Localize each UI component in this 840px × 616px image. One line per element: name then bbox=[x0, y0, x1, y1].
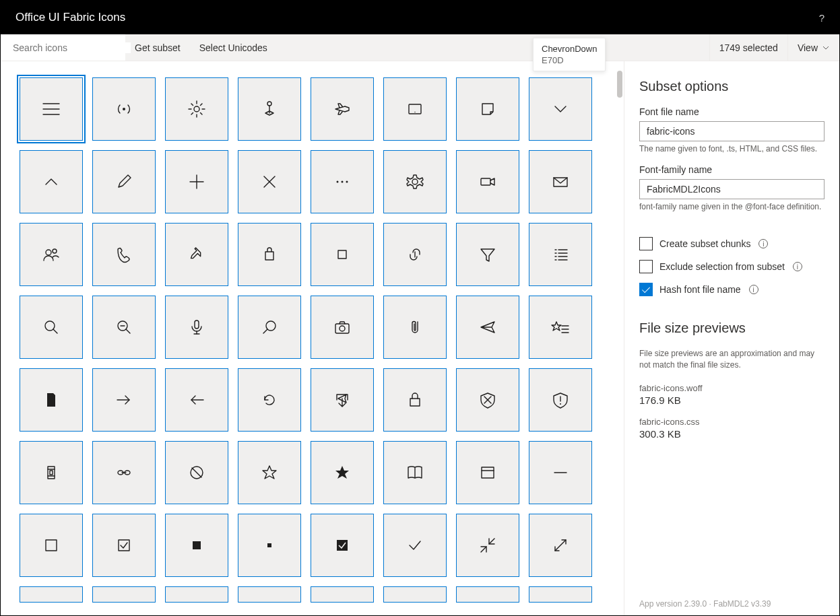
icon-tile-more[interactable] bbox=[311, 150, 374, 213]
checkbox-icon bbox=[40, 535, 62, 556]
icon-tile-stop[interactable] bbox=[311, 223, 374, 286]
checkbox-exclude[interactable]: Exclude selection from subset i bbox=[639, 260, 825, 273]
icon-tile-backtowindow[interactable] bbox=[456, 514, 519, 577]
icon-tile-pin[interactable] bbox=[165, 223, 228, 286]
icon-tile-microphone[interactable] bbox=[165, 296, 228, 359]
checkbox-hash[interactable]: Hash font file name i bbox=[639, 283, 825, 296]
icon-tile-checkbox[interactable] bbox=[20, 514, 83, 577]
icon-tile-blocked[interactable] bbox=[165, 441, 228, 504]
icon-tile-remove[interactable] bbox=[529, 441, 592, 504]
info-icon[interactable]: i bbox=[749, 285, 758, 294]
icon-tile-phone[interactable] bbox=[92, 223, 156, 286]
icon-tile-add[interactable] bbox=[165, 150, 228, 213]
icon-tile-link[interactable] bbox=[383, 223, 447, 286]
icon-tile-checkboxfill[interactable] bbox=[165, 514, 228, 577]
forward-icon bbox=[113, 389, 135, 411]
icon-tile-airplane[interactable] bbox=[311, 77, 374, 141]
preview-note: File size previews are an approximation … bbox=[639, 348, 825, 371]
icon-tile-lock[interactable] bbox=[383, 368, 447, 432]
icon-tile-share[interactable] bbox=[311, 368, 374, 432]
icon-tile-pagefill[interactable] bbox=[20, 368, 83, 432]
icon-tile-partial[interactable] bbox=[165, 586, 228, 603]
icon-tile-favicon[interactable] bbox=[456, 441, 519, 504]
icon-tile-checkmark[interactable] bbox=[383, 514, 447, 577]
icon-tile-brightness[interactable] bbox=[165, 77, 228, 141]
info-icon[interactable]: i bbox=[758, 239, 768, 248]
icon-tile-back[interactable] bbox=[165, 368, 228, 432]
favoritestar-icon bbox=[259, 462, 280, 483]
icon-tile-partial[interactable] bbox=[92, 586, 156, 603]
checkbox-chunks[interactable]: Create subset chunks i bbox=[639, 237, 825, 250]
select-unicodes-button[interactable]: Select Unicodes bbox=[190, 34, 277, 61]
icon-tile-chevrondown[interactable] bbox=[529, 77, 592, 141]
help-button[interactable]: ? bbox=[819, 12, 825, 24]
icon-tile-camera[interactable] bbox=[311, 296, 374, 359]
icon-tile-internetsharing[interactable] bbox=[92, 77, 156, 141]
icon-tile-partial[interactable] bbox=[529, 586, 592, 603]
file-name: fabric-icons.woff bbox=[639, 383, 825, 393]
selected-count: 1749 selected bbox=[709, 34, 787, 61]
icon-tile-chevronup[interactable] bbox=[20, 150, 83, 213]
icon-tile-partial[interactable] bbox=[20, 586, 83, 603]
icon-tile-refresh[interactable] bbox=[238, 368, 301, 432]
icon-tile-partial[interactable] bbox=[456, 586, 519, 603]
icon-grid-pane[interactable] bbox=[1, 61, 624, 615]
page-title: Office UI Fabric Icons bbox=[15, 11, 125, 24]
svg-rect-71 bbox=[482, 467, 494, 478]
icon-tile-favoritestarfill[interactable] bbox=[311, 441, 374, 504]
search-wrap[interactable] bbox=[1, 34, 125, 61]
icon-tile-globalnavbutton[interactable] bbox=[20, 77, 83, 141]
icon-tile-blockedsite[interactable] bbox=[456, 368, 519, 432]
svg-point-51 bbox=[340, 326, 345, 331]
icon-tile-shop[interactable] bbox=[238, 223, 301, 286]
svg-rect-76 bbox=[193, 541, 201, 549]
icon-tile-zoomout[interactable] bbox=[92, 296, 156, 359]
icon-tile-mappin[interactable] bbox=[238, 77, 301, 141]
search-input[interactable] bbox=[13, 42, 131, 53]
checkbox-icon bbox=[639, 283, 653, 296]
icon-tile-fullscreen[interactable] bbox=[529, 514, 592, 577]
icon-tile-people[interactable] bbox=[20, 223, 83, 286]
icon-tile-search[interactable] bbox=[238, 296, 301, 359]
svg-point-18 bbox=[414, 112, 415, 112]
icon-tile-zoom[interactable] bbox=[20, 296, 83, 359]
font-file-input[interactable] bbox=[639, 121, 825, 141]
scrollbar[interactable] bbox=[617, 71, 622, 98]
icon-tile-favoritelist[interactable] bbox=[529, 296, 592, 359]
font-family-hint: font-family name given in the @font-face… bbox=[639, 202, 825, 211]
icon-tile-checkboxcomposite[interactable] bbox=[92, 514, 156, 577]
icon-tile-settings[interactable] bbox=[383, 150, 447, 213]
icon-tile-emi[interactable] bbox=[20, 441, 83, 504]
icon-tile-forward[interactable] bbox=[92, 368, 156, 432]
icon-tile-partial[interactable] bbox=[383, 586, 447, 603]
icon-tile-filter[interactable] bbox=[456, 223, 519, 286]
get-subset-button[interactable]: Get subset bbox=[125, 34, 190, 61]
icon-tile-allapps[interactable] bbox=[529, 223, 592, 286]
icon-tile-minilink[interactable] bbox=[92, 441, 156, 504]
refresh-icon bbox=[259, 389, 280, 411]
icon-tile-tablet[interactable] bbox=[383, 77, 447, 141]
icon-tile-attach[interactable] bbox=[383, 296, 447, 359]
icon-tile-partial[interactable] bbox=[238, 586, 301, 603]
icon-tile-readingmode[interactable] bbox=[383, 441, 447, 504]
font-family-input[interactable] bbox=[639, 179, 825, 199]
view-button[interactable]: View bbox=[787, 34, 839, 61]
icon-tile-reporthacked[interactable] bbox=[529, 368, 592, 432]
settings-icon bbox=[404, 171, 426, 193]
icon-tile-video[interactable] bbox=[456, 150, 519, 213]
icon-tile-checkboxcompositereversed[interactable] bbox=[311, 514, 374, 577]
icon-tile-favoritestar[interactable] bbox=[238, 441, 301, 504]
svg-rect-57 bbox=[410, 399, 420, 406]
icon-tile-edit[interactable] bbox=[92, 150, 156, 213]
back-icon bbox=[186, 389, 207, 411]
icon-tile-send[interactable] bbox=[456, 296, 519, 359]
mappin-icon bbox=[259, 98, 280, 120]
icon-tile-partial[interactable] bbox=[311, 586, 374, 603]
icon-tile-quicknote[interactable] bbox=[456, 77, 519, 141]
icon-tile-cancel[interactable] bbox=[238, 150, 301, 213]
font-file-hint: The name given to font, .ts, HTML, and C… bbox=[639, 144, 825, 153]
info-icon[interactable]: i bbox=[793, 262, 802, 271]
brightness-icon bbox=[186, 98, 207, 120]
icon-tile-checkboxindeterminate[interactable] bbox=[238, 514, 301, 577]
icon-tile-mail[interactable] bbox=[529, 150, 592, 213]
